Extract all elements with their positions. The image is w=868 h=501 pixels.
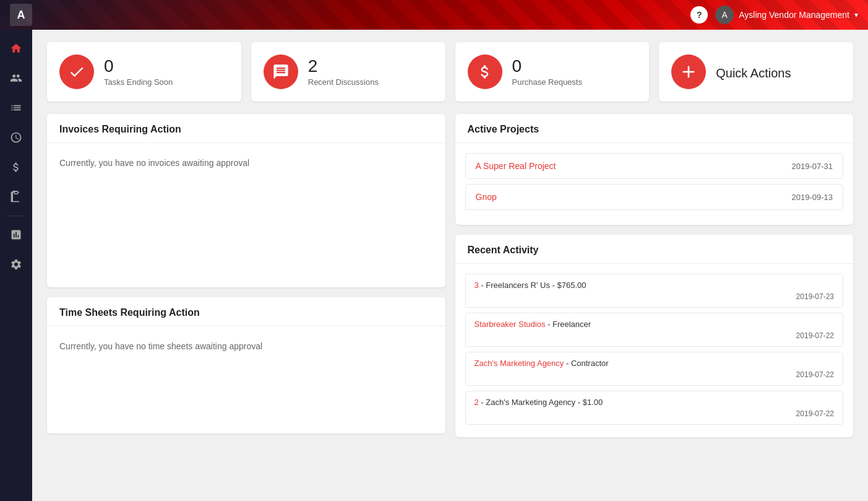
- project-date-0: 2019-07-31: [792, 162, 833, 171]
- username-label: Aysling Vendor Management: [739, 10, 849, 20]
- project-date-1: 2019-09-13: [792, 193, 833, 202]
- stat-card-purchase[interactable]: 0 Purchase Requests: [455, 42, 650, 102]
- activity-link-2[interactable]: Zach's Marketing Agency: [475, 359, 564, 368]
- tasks-label: Tasks Ending Soon: [104, 77, 173, 87]
- avatar: A: [715, 6, 734, 24]
- activity-rest-3: - Zach's Marketing Agency - $1.00: [479, 398, 603, 407]
- sidebar-divider: [7, 216, 25, 216]
- dropdown-arrow: ▾: [854, 11, 858, 19]
- timesheets-panel-body: Currently, you have no time sheets await…: [47, 326, 445, 366]
- activity-row-0-text: 3 - Freelancers R' Us - $765.00: [475, 281, 835, 290]
- recent-activity-body: 3 - Freelancers R' Us - $765.00 2019-07-…: [455, 264, 854, 437]
- discussions-icon: [264, 54, 298, 89]
- sidebar-item-analytics[interactable]: [2, 221, 30, 248]
- right-column: Active Projects A Super Real Project 201…: [455, 114, 854, 437]
- recent-activity-panel: Recent Activity 3 - Freelancers R' Us - …: [455, 235, 854, 437]
- active-projects-header: Active Projects: [455, 114, 854, 143]
- top-navbar: A ? A Aysling Vendor Management ▾: [0, 0, 868, 30]
- main-content: 0 Tasks Ending Soon 2 Recent Discussions: [32, 30, 868, 501]
- stat-card-quickactions[interactable]: Quick Actions: [659, 42, 853, 102]
- nav-right: ? A Aysling Vendor Management ▾: [690, 6, 858, 24]
- activity-row-0: 3 - Freelancers R' Us - $765.00 2019-07-…: [465, 274, 844, 308]
- tasks-icon: [59, 54, 94, 89]
- activity-row-2: Zach's Marketing Agency - Contractor 201…: [465, 352, 844, 386]
- recent-activity-title: Recent Activity: [468, 245, 841, 256]
- quickactions-info: Quick Actions: [716, 64, 791, 81]
- stat-card-tasks[interactable]: 0 Tasks Ending Soon: [47, 42, 241, 102]
- discussions-label: Recent Discussions: [308, 77, 379, 87]
- purchase-number: 0: [512, 58, 582, 75]
- invoices-panel-body: Currently, you have no invoices awaiting…: [47, 143, 445, 183]
- sidebar-item-settings[interactable]: [2, 251, 30, 278]
- activity-date-2: 2019-07-22: [475, 370, 835, 379]
- timesheets-title: Time Sheets Requiring Action: [59, 307, 433, 318]
- two-col-grid: Invoices Requiring Action Currently, you…: [47, 114, 853, 437]
- activity-link-0[interactable]: 3: [475, 281, 479, 290]
- sidebar-item-home[interactable]: [2, 35, 30, 62]
- timesheets-empty-text: Currently, you have no time sheets await…: [59, 336, 433, 356]
- sidebar-item-list[interactable]: [2, 94, 30, 121]
- activity-row-3-text: 2 - Zach's Marketing Agency - $1.00: [475, 398, 835, 407]
- project-row[interactable]: A Super Real Project 2019-07-31: [465, 153, 844, 179]
- project-row[interactable]: Gnop 2019-09-13: [465, 184, 844, 210]
- active-projects-body: A Super Real Project 2019-07-31 Gnop 201…: [455, 143, 854, 225]
- active-projects-panel: Active Projects A Super Real Project 201…: [455, 114, 854, 225]
- tasks-info: 0 Tasks Ending Soon: [104, 58, 173, 87]
- active-projects-title: Active Projects: [468, 124, 841, 135]
- invoices-panel-header: Invoices Requiring Action: [47, 114, 445, 143]
- activity-date-3: 2019-07-22: [475, 409, 835, 418]
- user-menu[interactable]: A Aysling Vendor Management ▾: [715, 6, 858, 24]
- stat-card-discussions[interactable]: 2 Recent Discussions: [251, 42, 445, 102]
- purchase-icon: [468, 54, 502, 89]
- timesheets-panel-header: Time Sheets Requiring Action: [47, 297, 445, 326]
- invoices-empty-text: Currently, you have no invoices awaiting…: [59, 153, 433, 173]
- sidebar-item-finance[interactable]: [2, 154, 30, 181]
- activity-date-1: 2019-07-22: [475, 331, 835, 340]
- purchase-info: 0 Purchase Requests: [512, 58, 582, 87]
- main-layout: 0 Tasks Ending Soon 2 Recent Discussions: [0, 30, 868, 501]
- activity-row-1-text: Starbreaker Studios - Freelancer: [475, 320, 835, 329]
- help-button[interactable]: ?: [690, 6, 708, 24]
- project-link-1[interactable]: Gnop: [476, 192, 497, 202]
- invoices-title: Invoices Requiring Action: [59, 124, 433, 135]
- discussions-info: 2 Recent Discussions: [308, 58, 379, 87]
- quickactions-label: Quick Actions: [716, 66, 791, 81]
- activity-rest-0: - Freelancers R' Us - $765.00: [479, 281, 587, 290]
- activity-date-0: 2019-07-23: [475, 292, 835, 301]
- timesheets-panel: Time Sheets Requiring Action Currently, …: [47, 297, 445, 433]
- quickactions-icon: [671, 54, 706, 89]
- sidebar-item-users[interactable]: [2, 64, 30, 92]
- activity-link-1[interactable]: Starbreaker Studios: [475, 320, 546, 329]
- recent-activity-header: Recent Activity: [455, 235, 854, 264]
- sidebar-item-clock[interactable]: [2, 124, 30, 151]
- project-link-0[interactable]: A Super Real Project: [476, 161, 556, 171]
- activity-row-2-text: Zach's Marketing Agency - Contractor: [475, 359, 835, 368]
- sidebar-item-reports[interactable]: [2, 183, 30, 211]
- activity-row-1: Starbreaker Studios - Freelancer 2019-07…: [465, 313, 844, 347]
- app-logo[interactable]: A: [10, 4, 32, 26]
- activity-link-3[interactable]: 2: [475, 398, 479, 407]
- tasks-number: 0: [104, 58, 173, 75]
- activity-rest-1: - Freelancer: [545, 320, 591, 329]
- invoices-panel: Invoices Requiring Action Currently, you…: [47, 114, 445, 287]
- discussions-number: 2: [308, 58, 379, 75]
- sidebar: [0, 30, 32, 501]
- left-column: Invoices Requiring Action Currently, you…: [47, 114, 445, 437]
- activity-rest-2: - Contractor: [564, 359, 608, 368]
- activity-row-3: 2 - Zach's Marketing Agency - $1.00 2019…: [465, 391, 844, 425]
- purchase-label: Purchase Requests: [512, 77, 582, 87]
- stat-cards-row: 0 Tasks Ending Soon 2 Recent Discussions: [47, 42, 853, 102]
